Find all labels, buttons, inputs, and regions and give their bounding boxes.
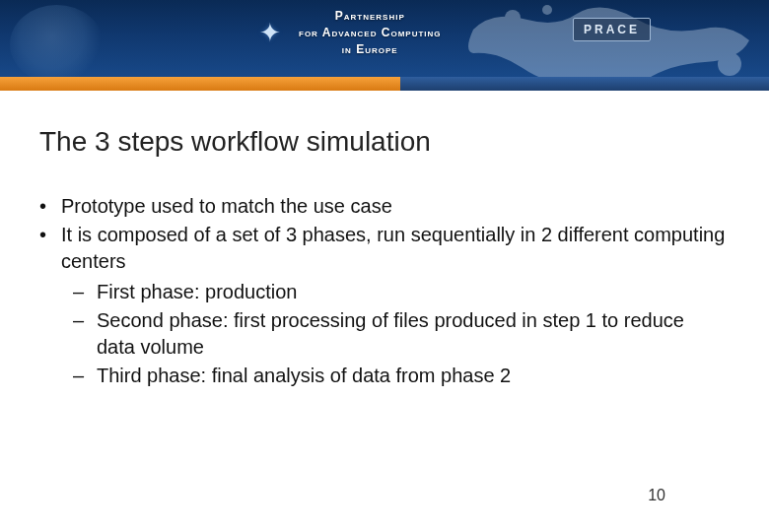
sub-bullet-text: Third phase: final analysis of data from… — [97, 363, 511, 389]
dash-icon: – — [73, 279, 87, 305]
sub-bullet-text: Second phase: first processing of files … — [97, 307, 708, 361]
svg-point-1 — [542, 5, 552, 15]
logo-line-1: Partnership — [299, 8, 442, 25]
prace-logo: PRACE — [573, 18, 651, 41]
slide-content: The 3 steps workflow simulation • Protot… — [39, 126, 730, 391]
bullet-text: It is composed of a set of 3 phases, run… — [61, 222, 730, 275]
slide-title: The 3 steps workflow simulation — [39, 126, 730, 158]
dash-icon: – — [73, 363, 87, 389]
sub-bullet-item: – First phase: production — [73, 279, 730, 305]
svg-point-0 — [505, 10, 521, 26]
dash-icon: – — [73, 307, 87, 361]
orange-ribbon — [0, 77, 400, 91]
page-number: 10 — [648, 487, 665, 504]
star-shield-icon: ✦ — [251, 8, 289, 57]
bullet-list: • Prototype used to match the use case •… — [39, 193, 730, 389]
europe-map-graphic — [434, 0, 769, 89]
header-band: ✦ Partnership for Advanced Computing in … — [0, 0, 769, 89]
bullet-item: • Prototype used to match the use case — [39, 193, 730, 220]
sub-bullet-list: – First phase: production – Second phase… — [73, 279, 730, 389]
bullet-dot-icon: • — [39, 222, 53, 275]
partnership-logo-text: Partnership for Advanced Computing in Eu… — [299, 8, 442, 57]
header-face-graphic — [10, 5, 104, 84]
logo-line-3: in Europe — [299, 41, 442, 58]
sub-bullet-text: First phase: production — [97, 279, 297, 305]
blue-ribbon — [400, 77, 769, 91]
sub-bullet-item: – Third phase: final analysis of data fr… — [73, 363, 730, 389]
partnership-logo: ✦ Partnership for Advanced Computing in … — [251, 8, 442, 57]
sub-bullet-item: – Second phase: first processing of file… — [73, 307, 730, 361]
slide: ✦ Partnership for Advanced Computing in … — [0, 0, 769, 532]
svg-point-2 — [718, 52, 741, 76]
bullet-dot-icon: • — [39, 193, 53, 220]
logo-line-2: for Advanced Computing — [299, 25, 442, 41]
bullet-item: • It is composed of a set of 3 phases, r… — [39, 222, 730, 275]
bullet-text: Prototype used to match the use case — [61, 193, 392, 220]
